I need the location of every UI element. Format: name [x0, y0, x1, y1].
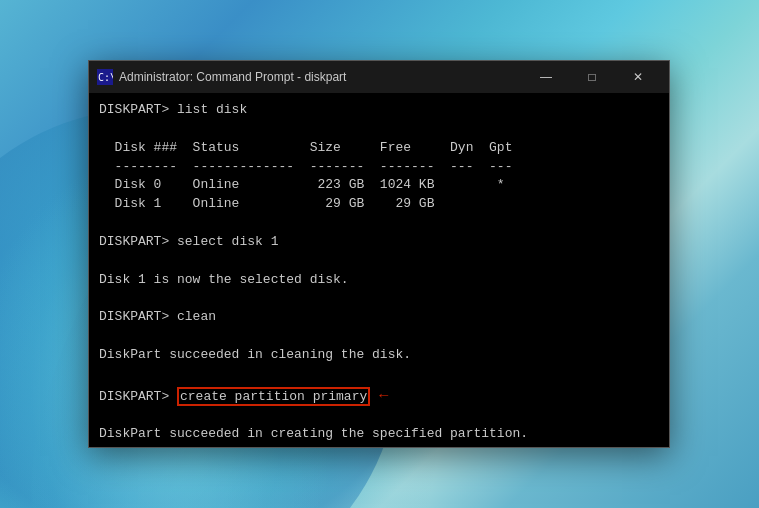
- console-line-14: DiskPart succeeded in cleaning the disk.: [99, 346, 659, 365]
- console-line-11: [99, 289, 659, 308]
- console-line-12: DISKPART> clean: [99, 308, 659, 327]
- close-button[interactable]: ✕: [615, 61, 661, 93]
- console-line-13: [99, 327, 659, 346]
- cmd-icon: C:\: [97, 69, 113, 85]
- window-title: Administrator: Command Prompt - diskpart: [119, 70, 523, 84]
- highlighted-command: create partition primary: [177, 387, 370, 406]
- console-line-17: [99, 407, 659, 426]
- cmd-window: C:\ Administrator: Command Prompt - disk…: [88, 60, 670, 448]
- console-line-16: DISKPART> create partition primary←: [99, 384, 659, 407]
- console-output[interactable]: DISKPART> list disk Disk ### Status Size…: [89, 93, 669, 447]
- arrow-indicator: ←: [376, 386, 391, 403]
- maximize-button[interactable]: □: [569, 61, 615, 93]
- console-line-7: [99, 214, 659, 233]
- console-line-6: Disk 1 Online 29 GB 29 GB: [99, 195, 659, 214]
- console-line-10: Disk 1 is now the selected disk.: [99, 271, 659, 290]
- console-line-15: [99, 365, 659, 384]
- console-line-4: -------- ------------- ------- ------- -…: [99, 158, 659, 177]
- console-line-5: Disk 0 Online 223 GB 1024 KB *: [99, 176, 659, 195]
- title-bar: C:\ Administrator: Command Prompt - disk…: [89, 61, 669, 93]
- svg-text:C:\: C:\: [98, 72, 113, 83]
- console-line-2: [99, 120, 659, 139]
- console-line-3: Disk ### Status Size Free Dyn Gpt: [99, 139, 659, 158]
- diskpart-prompt: DISKPART>: [99, 389, 177, 404]
- console-line-9: [99, 252, 659, 271]
- console-line-18: DiskPart succeeded in creating the speci…: [99, 425, 659, 444]
- console-line-19: [99, 444, 659, 447]
- window-controls: — □ ✕: [523, 61, 661, 93]
- console-line-8: DISKPART> select disk 1: [99, 233, 659, 252]
- minimize-button[interactable]: —: [523, 61, 569, 93]
- console-line-1: DISKPART> list disk: [99, 101, 659, 120]
